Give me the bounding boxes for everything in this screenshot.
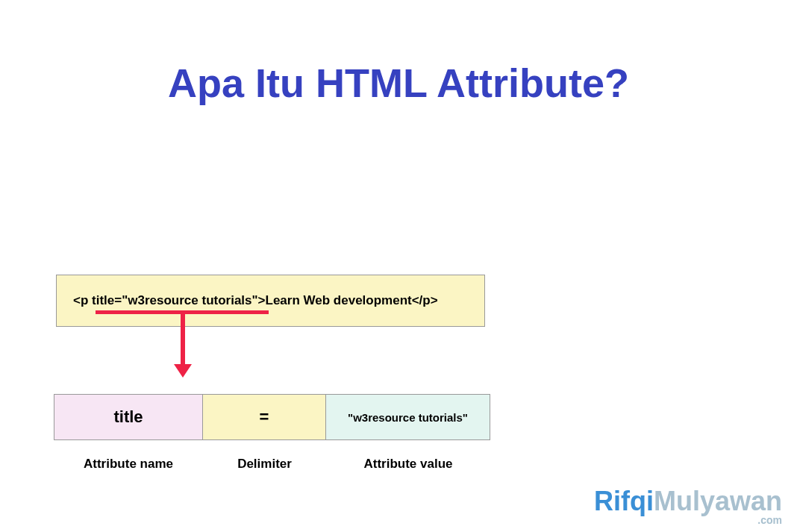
watermark-suffix: .com: [757, 514, 782, 526]
arrow-head-icon: [174, 364, 192, 378]
attribute-parts-row: title = "w3resource tutorials": [54, 394, 490, 440]
attribute-name-box: title: [54, 394, 203, 440]
attribute-labels-row: Attribute name Delimiter Attribute value: [54, 457, 490, 472]
page-title: Apa Itu HTML Attribute?: [0, 60, 797, 106]
code-example-text: <p title="w3resource tutorials">Learn We…: [73, 293, 438, 308]
label-attribute-name: Attribute name: [54, 457, 203, 472]
code-example-box: <p title="w3resource tutorials">Learn We…: [56, 275, 485, 327]
watermark-last: Mulyawan: [654, 486, 782, 516]
watermark-first: Rifqi: [594, 486, 654, 516]
arrow-shaft: [181, 314, 185, 366]
watermark: RifqiMulyawan: [594, 486, 782, 517]
attribute-delimiter-box: =: [203, 394, 326, 440]
label-attribute-value: Attribute value: [326, 457, 490, 472]
label-delimiter: Delimiter: [203, 457, 326, 472]
attribute-value-box: "w3resource tutorials": [326, 394, 490, 440]
